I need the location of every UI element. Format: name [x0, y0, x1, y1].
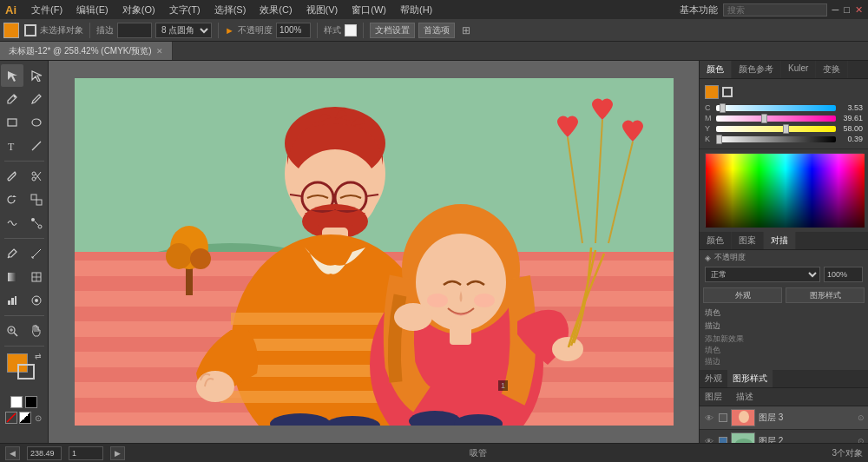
black-swatch[interactable] — [25, 396, 37, 408]
pattern-tab[interactable]: 图案 — [732, 232, 764, 249]
selection-tool[interactable] — [1, 64, 23, 87]
direct-selection-tool[interactable] — [25, 64, 48, 87]
mesh-tool[interactable] — [25, 266, 48, 288]
menu-object[interactable]: 对象(O) — [116, 2, 161, 18]
stroke-color-swatch[interactable] — [24, 24, 36, 36]
style-swatch[interactable] — [345, 24, 357, 36]
stroke-input[interactable] — [117, 23, 152, 38]
color-ref-tab[interactable]: 颜色参考 — [732, 61, 781, 78]
menu-effect[interactable]: 效果(C) — [253, 2, 298, 18]
document-tab[interactable]: 未标题-12* @ 258.42% (CMYK/预览) ✕ — [0, 42, 173, 60]
menu-help[interactable]: 帮助(H) — [394, 2, 438, 18]
y-slider-thumb[interactable] — [783, 124, 789, 134]
preferences-btn[interactable]: 首选项 — [418, 23, 455, 38]
object-count: 3个对象 — [832, 447, 863, 459]
ellipse-tool[interactable] — [25, 111, 48, 134]
doc-settings-btn[interactable]: 文档设置 — [370, 23, 415, 38]
transform-tab[interactable]: 变换 — [816, 61, 848, 78]
line-tool[interactable] — [25, 135, 48, 157]
blend-tool[interactable] — [25, 212, 48, 234]
layer-item-2[interactable]: 👁 图层 2 ⊙ — [700, 430, 868, 443]
tab-close-btn[interactable]: ✕ — [156, 47, 163, 56]
menu-edit[interactable]: 编辑(E) — [70, 2, 115, 18]
rectangle-tool[interactable] — [1, 111, 23, 134]
menu-window[interactable]: 窗口(W) — [345, 2, 392, 18]
color-fill-btn[interactable]: 外观 — [703, 287, 782, 303]
panel-toggle-icon[interactable]: ⊞ — [462, 24, 470, 36]
layer-3-eye[interactable]: 👁 — [703, 412, 715, 424]
none-fill-btn[interactable] — [5, 412, 17, 424]
pen-tool[interactable] — [1, 88, 23, 110]
layer-2-visibility[interactable]: ⊙ — [858, 437, 865, 443]
next-artboard-btn[interactable]: ▶ — [110, 446, 125, 460]
maximize-btn[interactable]: □ — [844, 4, 850, 15]
opacity-input[interactable] — [824, 267, 863, 282]
k-slider-thumb[interactable] — [716, 135, 722, 144]
layer-2-eye[interactable]: 👁 — [703, 435, 715, 443]
left-toolbar: T — [0, 61, 49, 443]
paintbrush-tool[interactable] — [1, 165, 23, 188]
color-mode-btn[interactable]: ⊙ — [33, 412, 43, 425]
x-coord-input[interactable] — [27, 446, 62, 460]
color-spectrum[interactable] — [705, 153, 863, 227]
k-slider-track[interactable] — [716, 136, 836, 142]
scissors-tool[interactable] — [25, 165, 48, 188]
desc-tab[interactable]: 对描 — [764, 232, 796, 249]
add-effect-label: 添加新效果 — [705, 333, 863, 345]
fill-indicator[interactable] — [705, 85, 719, 99]
stroke-indicator[interactable] — [722, 87, 733, 97]
type-tool[interactable]: T — [1, 135, 23, 157]
search-input[interactable] — [723, 3, 827, 16]
blend-mode-select[interactable]: 正常 — [705, 267, 820, 282]
scale-tool[interactable] — [25, 188, 48, 211]
c-slider-track[interactable] — [716, 105, 836, 111]
canvas-area[interactable]: 1 — [49, 61, 699, 443]
fill-color-swatch[interactable] — [3, 23, 19, 38]
kuler-tab[interactable]: Kuler — [781, 61, 816, 78]
transparency-input[interactable] — [276, 23, 311, 38]
color-tab2[interactable]: 颜色 — [700, 232, 732, 249]
menu-select[interactable]: 选择(S) — [208, 2, 253, 18]
stroke-label2: 描边 — [705, 356, 863, 367]
menu-view[interactable]: 视图(V) — [300, 2, 345, 18]
menu-text[interactable]: 文字(T) — [163, 2, 207, 18]
y-coord-input[interactable] — [69, 446, 103, 460]
prev-artboard-btn[interactable]: ◀ — [5, 446, 20, 460]
no-selection-label: 未选择对象 — [40, 24, 83, 36]
c-slider-thumb[interactable] — [720, 103, 726, 113]
minimize-btn[interactable]: ─ — [832, 4, 839, 15]
pencil-tool[interactable] — [25, 88, 48, 110]
y-slider-track[interactable] — [716, 126, 836, 132]
rotate-tool[interactable] — [1, 188, 23, 211]
hand-tool[interactable] — [25, 320, 48, 342]
m-slider-thumb[interactable] — [761, 114, 767, 123]
white-swatch[interactable] — [10, 396, 23, 408]
symbol-tool[interactable] — [25, 289, 48, 312]
graphic-styles-btn[interactable]: 图形样式 — [786, 287, 865, 303]
layers-tab-color[interactable]: 外观 — [700, 370, 727, 387]
color-tab[interactable]: 颜色 — [700, 61, 732, 78]
graph-tool[interactable] — [1, 289, 23, 312]
m-slider-track[interactable] — [716, 116, 836, 122]
spectrum-canvas[interactable] — [706, 154, 865, 228]
main-area: T — [0, 61, 868, 443]
menu-file[interactable]: 文件(F) — [25, 2, 69, 18]
gradient-tool[interactable] — [1, 266, 23, 288]
stroke-color-box[interactable] — [17, 364, 35, 380]
zoom-tool[interactable] — [1, 320, 23, 342]
pt-select[interactable]: 8 点圆角 — [155, 23, 212, 38]
layers-tab-layers[interactable]: 图形样式 — [727, 370, 773, 387]
gradient-swatch[interactable] — [19, 412, 31, 424]
layer-3-visibility[interactable]: ⊙ — [858, 413, 865, 422]
svg-point-79 — [739, 411, 749, 423]
opacity-control-row: 正常 — [700, 265, 868, 284]
eyedropper-tool[interactable] — [1, 242, 23, 265]
swap-colors-btn[interactable]: ⇄ — [35, 352, 42, 360]
close-btn[interactable]: ✕ — [855, 4, 863, 16]
warp-tool[interactable] — [1, 212, 23, 234]
measure-tool[interactable] — [25, 242, 48, 265]
canvas-document — [75, 78, 674, 426]
c-value: 3.53 — [838, 103, 863, 112]
svg-rect-24 — [11, 298, 14, 305]
layer-item-3[interactable]: 👁 图层 3 ⊙ — [700, 406, 868, 430]
